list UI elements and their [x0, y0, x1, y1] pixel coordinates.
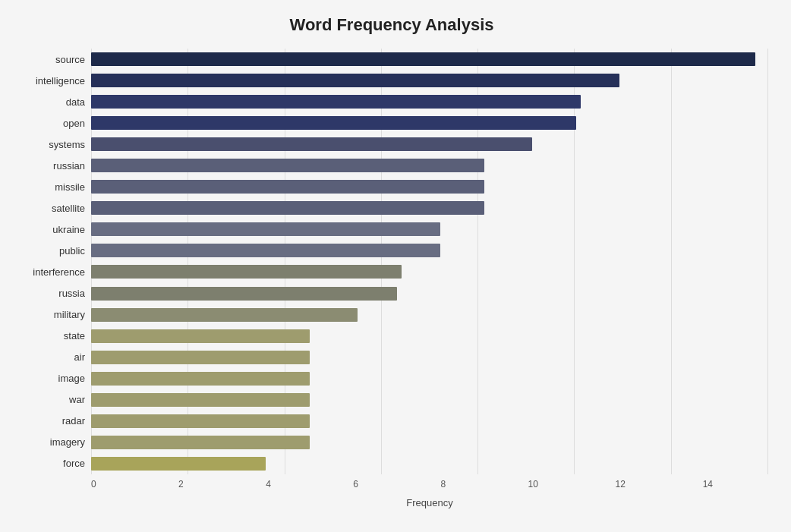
- bar: [91, 201, 484, 215]
- y-label: radar: [15, 416, 85, 426]
- bar-row: [91, 349, 768, 366]
- chart-area: sourceintelligencedataopensystemsrussian…: [15, 49, 768, 474]
- y-label: public: [15, 246, 85, 256]
- y-label: missile: [15, 182, 85, 192]
- bar: [91, 329, 310, 343]
- bar: [91, 137, 532, 151]
- bar-row: [91, 115, 768, 131]
- bar-row: [91, 51, 768, 68]
- y-label: interference: [15, 267, 85, 277]
- y-label: force: [15, 458, 85, 468]
- grid-line: [477, 49, 478, 474]
- grid-line: [671, 49, 672, 474]
- bar: [91, 52, 755, 66]
- grid-line: [574, 49, 575, 474]
- bar-row: [91, 200, 768, 216]
- y-label: ukraine: [15, 225, 85, 235]
- bar: [91, 308, 358, 322]
- x-axis-label: Frequency: [91, 497, 768, 508]
- bar: [91, 74, 619, 87]
- x-axis: 02468101214: [91, 479, 768, 494]
- bar-row: [91, 328, 768, 345]
- chart-title: Word Frequency Analysis: [15, 15, 768, 35]
- grid-line: [188, 49, 188, 474]
- bar: [91, 116, 576, 130]
- bar: [91, 393, 310, 407]
- bar: [91, 351, 310, 364]
- y-label: source: [15, 55, 85, 65]
- bar: [91, 457, 266, 471]
- bar-row: [91, 178, 768, 195]
- y-label: image: [15, 373, 85, 383]
- bar: [91, 436, 310, 449]
- bar-row: [91, 307, 768, 323]
- bar-row: [91, 285, 768, 302]
- plot-area: [91, 49, 768, 474]
- y-labels: sourceintelligencedataopensystemsrussian…: [15, 49, 91, 474]
- y-label: air: [15, 352, 85, 362]
- bar: [91, 287, 397, 301]
- bar: [91, 244, 440, 257]
- grid-lines: [91, 49, 768, 474]
- bar-row: [91, 242, 768, 259]
- y-label: russia: [15, 288, 85, 298]
- bar-row: [91, 370, 768, 387]
- y-label: satellite: [15, 203, 85, 213]
- bar-row: [91, 136, 768, 153]
- bar: [91, 180, 484, 194]
- grid-line: [285, 49, 285, 474]
- bar: [91, 265, 402, 279]
- y-label: open: [15, 118, 85, 128]
- y-label: imagery: [15, 437, 85, 447]
- y-label: russian: [15, 161, 85, 171]
- grid-line: [381, 49, 382, 474]
- bar-row: [91, 392, 768, 408]
- bar-row: [91, 434, 768, 451]
- bar: [91, 159, 484, 172]
- y-label: systems: [15, 140, 85, 150]
- y-label: war: [15, 395, 85, 405]
- y-label: military: [15, 310, 85, 320]
- bar: [91, 95, 581, 109]
- y-label: data: [15, 97, 85, 107]
- bar: [91, 372, 310, 386]
- bar-row: [91, 455, 768, 472]
- grid-line: [91, 49, 92, 474]
- bar-row: [91, 263, 768, 280]
- bar: [91, 222, 440, 236]
- y-label: state: [15, 331, 85, 341]
- bar-row: [91, 221, 768, 238]
- bar-row: [91, 157, 768, 174]
- bar-row: [91, 413, 768, 430]
- bar-row: [91, 93, 768, 110]
- bar-row: [91, 72, 768, 89]
- chart-container: Word Frequency Analysis sourceintelligen…: [0, 0, 791, 532]
- y-label: intelligence: [15, 76, 85, 86]
- bar: [91, 414, 310, 428]
- grid-line: [767, 49, 768, 474]
